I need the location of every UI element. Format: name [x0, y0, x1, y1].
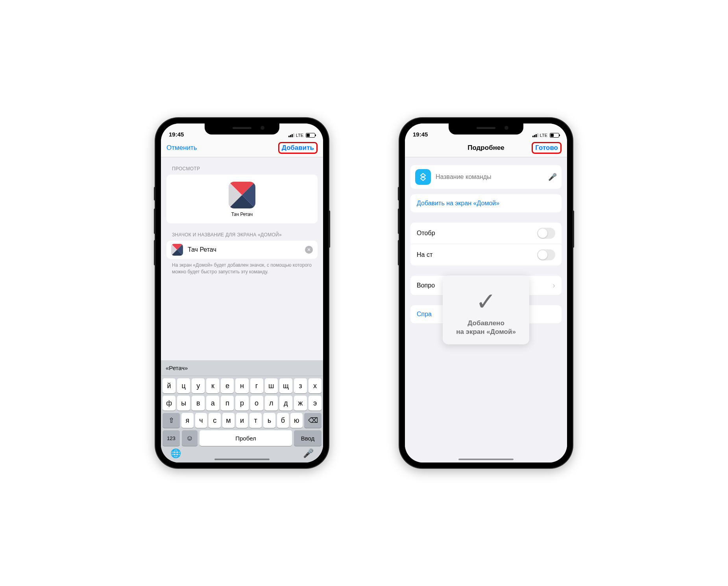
key-о[interactable]: о [250, 396, 263, 411]
key-р[interactable]: р [235, 396, 248, 411]
keyboard-suggestion[interactable]: «Ретач» [161, 360, 323, 376]
key-м[interactable]: м [222, 413, 235, 428]
shortcut-name-card: 🎤 [410, 165, 562, 189]
key-т[interactable]: т [249, 413, 262, 428]
overlay-text: Добавлено на экран «Домой» [456, 319, 516, 336]
toggle-list: Отобр На ст [410, 223, 562, 265]
preview-label: Тач Ретач [231, 212, 253, 217]
status-time: 19:45 [169, 131, 184, 138]
shortcuts-app-icon[interactable] [415, 169, 431, 185]
key-а[interactable]: а [206, 396, 219, 411]
numeric-key[interactable]: 123 [163, 430, 180, 446]
section-header-preview: ПРОСМОТР [161, 157, 323, 175]
key-ь[interactable]: ь [263, 413, 275, 428]
key-и[interactable]: и [236, 413, 248, 428]
key-г[interactable]: г [250, 378, 263, 393]
enter-key[interactable]: Ввод [294, 430, 322, 446]
app-icon-small[interactable] [171, 244, 183, 256]
mic-icon[interactable]: 🎤 [548, 173, 557, 181]
key-з[interactable]: з [294, 378, 307, 393]
globe-icon[interactable]: 🌐 [170, 448, 181, 459]
carrier-label: LTE [296, 133, 303, 138]
key-э[interactable]: э [309, 396, 322, 411]
dictation-icon[interactable]: 🎤 [303, 448, 314, 459]
battery-icon [550, 133, 559, 138]
shift-key[interactable] [163, 413, 180, 428]
emoji-key[interactable]: ☺ [182, 430, 198, 446]
key-й[interactable]: й [163, 378, 176, 393]
key-ц[interactable]: ц [177, 378, 190, 393]
phone-right: 19:45 LTE Подробнее Готово 🎤 Добавить на… [399, 118, 573, 468]
key-ч[interactable]: ч [195, 413, 207, 428]
row-label: На ст [417, 251, 432, 258]
key-ы[interactable]: ы [177, 396, 190, 411]
space-key[interactable]: Пробел [200, 430, 292, 446]
key-л[interactable]: л [265, 396, 278, 411]
name-input-card: ✕ [166, 241, 318, 259]
signal-icon [288, 133, 294, 137]
notch [205, 123, 279, 135]
row-label: Вопро [417, 282, 435, 289]
shortcut-name-input[interactable] [188, 246, 300, 253]
success-overlay: ✓ Добавлено на экран «Домой» [443, 275, 529, 344]
home-indicator [214, 459, 270, 460]
key-н[interactable]: н [235, 378, 248, 393]
backspace-key[interactable] [304, 413, 322, 428]
key-в[interactable]: в [192, 396, 205, 411]
add-button[interactable]: Добавить [278, 142, 318, 154]
key-ф[interactable]: ф [163, 396, 176, 411]
signal-icon [532, 133, 538, 137]
done-button[interactable]: Готово [532, 142, 562, 154]
status-time: 19:45 [413, 131, 428, 138]
nav-title: Подробнее [467, 144, 504, 152]
app-icon [229, 182, 255, 208]
toggle-switch[interactable] [537, 249, 555, 260]
key-п[interactable]: п [221, 396, 234, 411]
hint-text: На экран «Домой» будет добавлен значок, … [161, 259, 323, 275]
keyboard: «Ретач» йцукенгшщзх фывапролджэ ячсмитьб… [161, 360, 323, 463]
add-to-home-link[interactable]: Добавить на экран «Домой» [410, 194, 562, 212]
row-label: Отобр [417, 230, 435, 237]
on-page-row[interactable]: На ст [410, 244, 562, 265]
key-к[interactable]: к [206, 378, 219, 393]
checkmark-icon: ✓ [476, 287, 496, 316]
section-header-icon-name: ЗНАЧОК И НАЗВАНИЕ ДЛЯ ЭКРАНА «ДОМОЙ» [161, 223, 323, 241]
phone-left: 19:45 LTE Отменить Добавить ПРОСМОТР Тач… [155, 118, 329, 468]
battery-icon [306, 133, 315, 138]
key-я[interactable]: я [181, 413, 194, 428]
command-name-input[interactable] [436, 173, 543, 181]
clear-icon[interactable]: ✕ [305, 246, 313, 254]
cancel-button[interactable]: Отменить [166, 144, 197, 152]
nav-bar: Подробнее Готово [405, 138, 567, 157]
show-in-widget-row[interactable]: Отобр [410, 223, 562, 244]
key-щ[interactable]: щ [279, 378, 292, 393]
key-ю[interactable]: ю [290, 413, 303, 428]
home-indicator [458, 459, 514, 460]
notch [449, 123, 523, 135]
key-у[interactable]: у [192, 378, 205, 393]
chevron-right-icon: › [552, 281, 555, 290]
toggle-switch[interactable] [537, 228, 555, 239]
key-х[interactable]: х [309, 378, 322, 393]
key-ж[interactable]: ж [294, 396, 307, 411]
carrier-label: LTE [540, 133, 547, 138]
key-с[interactable]: с [209, 413, 221, 428]
preview-card: Тач Ретач [166, 175, 318, 223]
key-ш[interactable]: ш [265, 378, 278, 393]
key-д[interactable]: д [279, 396, 292, 411]
key-б[interactable]: б [277, 413, 289, 428]
nav-bar: Отменить Добавить [161, 138, 323, 157]
key-е[interactable]: е [221, 378, 234, 393]
